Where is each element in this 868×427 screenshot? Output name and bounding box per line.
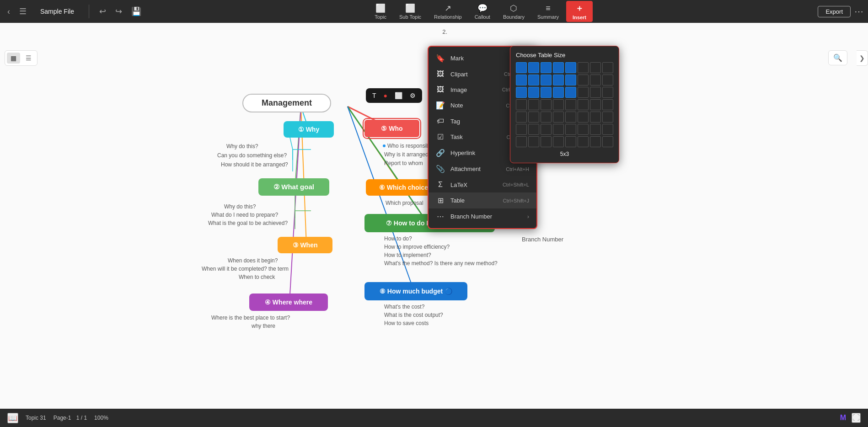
- float-more-btn[interactable]: ⚙: [407, 90, 418, 101]
- chooser-cell[interactable]: [578, 124, 589, 135]
- chooser-cell[interactable]: [541, 87, 552, 98]
- menu-item-attachment[interactable]: 📎 Attachment Ctrl+Alt+H: [429, 161, 536, 177]
- expand-button[interactable]: ⛶: [852, 413, 861, 423]
- more-options-button[interactable]: ⋯: [854, 6, 863, 17]
- topic-button[interactable]: ⬜ Topic: [369, 1, 392, 21]
- right-panel-toggle[interactable]: ❯: [857, 50, 868, 66]
- what-goal-node[interactable]: ② What goal: [258, 178, 329, 196]
- chooser-cell[interactable]: [602, 62, 613, 73]
- chooser-cell[interactable]: [516, 124, 527, 135]
- chooser-cell[interactable]: [528, 112, 539, 123]
- who-label: ⑤ Who: [381, 125, 402, 132]
- chooser-cell[interactable]: [528, 124, 539, 135]
- chooser-cell[interactable]: [602, 136, 613, 147]
- chooser-cell[interactable]: [602, 75, 613, 85]
- chooser-cell[interactable]: [602, 99, 613, 110]
- search-button[interactable]: 🔍: [828, 50, 847, 65]
- how-sub-4: What's the method? Is there any new meth…: [384, 260, 498, 267]
- chooser-cell[interactable]: [590, 99, 601, 110]
- chooser-cell[interactable]: [553, 87, 564, 98]
- chooser-cell[interactable]: [528, 87, 539, 98]
- redo-button[interactable]: ↪: [113, 5, 125, 18]
- chooser-cell[interactable]: [541, 99, 552, 110]
- when-node[interactable]: ③ When: [278, 237, 332, 253]
- summary-button[interactable]: ≡ Summary: [532, 2, 564, 21]
- chooser-cell[interactable]: [590, 124, 601, 135]
- undo-button[interactable]: ↩: [96, 5, 109, 18]
- chooser-cell[interactable]: [553, 136, 564, 147]
- chooser-cell[interactable]: [590, 62, 601, 73]
- where-node[interactable]: ④ Where where: [249, 294, 328, 311]
- chooser-cell[interactable]: [541, 62, 552, 73]
- insert-button[interactable]: ＋ Insert: [566, 1, 593, 22]
- menu-item-table[interactable]: ⊞ Table Ctrl+Shift+J: [429, 192, 536, 208]
- menu-item-latex[interactable]: Σ LaTeX Ctrl+Shift+L: [429, 177, 536, 192]
- chooser-cell[interactable]: [590, 136, 601, 147]
- latex-shortcut: Ctrl+Shift+L: [503, 182, 529, 187]
- how-much-node[interactable]: ⑧ How much budget 🔵: [364, 282, 467, 300]
- float-shape-btn[interactable]: ⬜: [392, 90, 405, 101]
- chooser-cell[interactable]: [553, 62, 564, 73]
- float-text-btn[interactable]: T: [370, 90, 379, 101]
- topic-label: Topic: [375, 14, 386, 20]
- back-button[interactable]: ‹: [5, 5, 13, 18]
- chooser-cell[interactable]: [578, 87, 589, 98]
- list-view-button[interactable]: ☰: [22, 53, 35, 64]
- relationship-button[interactable]: ↗ Relationship: [429, 1, 467, 21]
- chooser-cell[interactable]: [553, 99, 564, 110]
- chooser-cell[interactable]: [565, 62, 576, 73]
- insert-icon: ＋: [575, 3, 584, 14]
- who-node[interactable]: ⑤ Who: [364, 120, 419, 137]
- chooser-cell[interactable]: [578, 62, 589, 73]
- central-node[interactable]: Management: [242, 94, 331, 112]
- chooser-cell[interactable]: [516, 87, 527, 98]
- chooser-cell[interactable]: [516, 99, 527, 110]
- chooser-cell[interactable]: [565, 87, 576, 98]
- chooser-cell[interactable]: [602, 124, 613, 135]
- chooser-cell[interactable]: [578, 75, 589, 85]
- save-button[interactable]: 💾: [129, 5, 144, 18]
- chooser-cell[interactable]: [565, 124, 576, 135]
- image-icon: 🖼: [436, 85, 445, 94]
- chooser-cell[interactable]: [602, 112, 613, 123]
- chooser-cell[interactable]: [528, 75, 539, 85]
- chooser-cell[interactable]: [565, 136, 576, 147]
- chooser-cell[interactable]: [516, 62, 527, 73]
- chooser-cell[interactable]: [565, 112, 576, 123]
- why-node[interactable]: ① Why: [284, 121, 334, 138]
- chooser-cell[interactable]: [541, 75, 552, 85]
- chooser-cell[interactable]: [528, 99, 539, 110]
- subtopic-button[interactable]: ⬜ Sub Topic: [394, 1, 427, 21]
- chooser-cell[interactable]: [528, 62, 539, 73]
- chooser-cell[interactable]: [590, 87, 601, 98]
- chooser-cell[interactable]: [578, 112, 589, 123]
- export-button[interactable]: Export: [818, 6, 851, 17]
- chooser-cell[interactable]: [565, 75, 576, 85]
- chooser-cell[interactable]: [516, 112, 527, 123]
- chooser-cell[interactable]: [553, 75, 564, 85]
- chooser-cell[interactable]: [602, 87, 613, 98]
- chooser-cell[interactable]: [528, 136, 539, 147]
- where-label: ④ Where where: [265, 299, 312, 306]
- panel-toggle: ▦ ☰: [5, 50, 38, 66]
- menu-item-branch-number[interactable]: ⋯ Branch Number ›: [429, 208, 536, 224]
- chooser-cell[interactable]: [516, 75, 527, 85]
- chooser-cell[interactable]: [541, 124, 552, 135]
- chooser-cell[interactable]: [553, 112, 564, 123]
- chooser-cell[interactable]: [578, 99, 589, 110]
- card-view-button[interactable]: ▦: [7, 53, 20, 64]
- float-color-btn[interactable]: ●: [381, 90, 390, 101]
- menu-button[interactable]: ☰: [16, 5, 29, 18]
- chooser-cell[interactable]: [541, 136, 552, 147]
- what-goal-sub-3: What is the goal to be achieved?: [208, 220, 288, 226]
- chooser-cell[interactable]: [578, 136, 589, 147]
- chooser-cell[interactable]: [590, 75, 601, 85]
- chooser-cell[interactable]: [541, 112, 552, 123]
- chooser-cell[interactable]: [590, 112, 601, 123]
- callout-button[interactable]: 💬 Callout: [469, 1, 496, 21]
- book-icon[interactable]: 📖: [7, 413, 18, 423]
- chooser-cell[interactable]: [553, 124, 564, 135]
- chooser-cell[interactable]: [565, 99, 576, 110]
- chooser-cell[interactable]: [516, 136, 527, 147]
- boundary-button[interactable]: ⬡ Boundary: [498, 1, 530, 21]
